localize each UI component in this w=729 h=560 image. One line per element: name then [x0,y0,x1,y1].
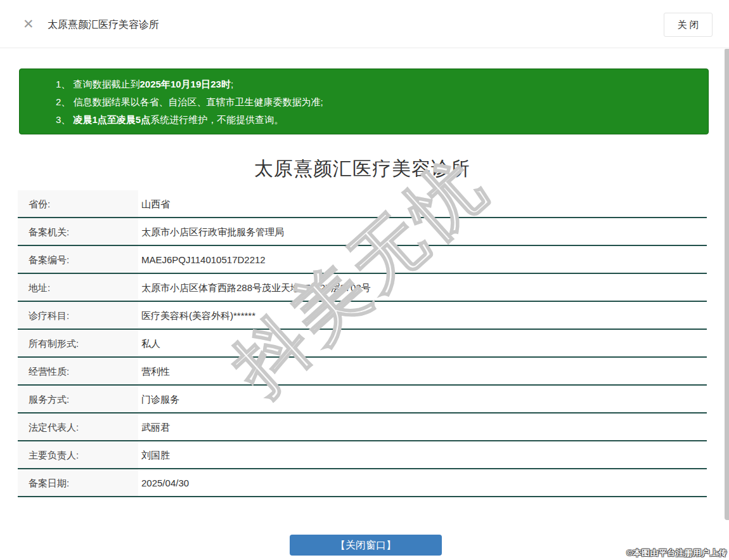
row-value: 门诊服务 [138,386,707,412]
close-window-button[interactable]: 【关闭窗口】 [290,535,442,556]
row-label: 备案日期: [18,469,138,496]
row-label: 备案机关: [18,218,138,245]
table-row-filing-date: 备案日期: 2025/04/30 [18,469,707,497]
row-label: 备案编号: [18,246,138,273]
scrollbar[interactable] [725,49,729,520]
row-label: 主要负责人: [18,441,138,468]
notice-line3-text: 3、 [56,114,74,125]
table-row-business-nature: 经营性质: 营利性 [18,358,707,386]
header-bar: ✕ 太原熹颜汇医疗美容诊所 关 闭 [0,0,729,48]
notice-line1-end: ; [231,79,233,89]
notice-line-2: 2、 信息数据结果以各省、自治区、直辖市卫生健康委数据为准; [56,93,702,111]
notice-box: 1、 查询数据截止到2025年10月19日23时; 2、 信息数据结果以各省、自… [19,68,709,134]
table-row-address: 地址: 太原市小店区体育西路288号茂业天地67幢27层2703号 [18,274,707,302]
notice-line3-bold: 凌晨1点至凌晨5点 [74,114,151,125]
close-x-icon[interactable]: ✕ [23,16,34,32]
row-label: 地址: [18,274,138,301]
row-value: 刘国胜 [138,441,707,468]
table-row-treatment-subjects: 诊疗科目: 医疗美容科(美容外科)****** [18,302,707,330]
row-label: 法定代表人: [18,413,138,440]
row-label: 省份: [18,190,138,217]
row-value: MAEJ6PQJ114010517D2212 [138,246,707,273]
table-row-province: 省份: 山西省 [18,190,707,218]
notice-line3-end: 系统进行维护，不能提供查询。 [150,114,283,125]
notice-line2-text: 2、 信息数据结果以各省、自治区、直辖市卫生健康委数据为准; [56,96,323,107]
notice-line-1: 1、 查询数据截止到2025年10月19日23时; [56,75,702,93]
copyright-watermark: ©本图由平台注册用户上传 [626,547,727,559]
notice-line1-text: 1、 查询数据截止到 [56,79,140,89]
table-row-filing-number: 备案编号: MAEJ6PQJ114010517D2212 [18,246,707,274]
table-row-ownership-form: 所有制形式: 私人 [18,330,707,358]
row-label: 所有制形式: [18,330,138,356]
table-row-legal-representative: 法定代表人: 武丽君 [18,413,707,441]
clinic-name-title: 太原熹颜汇医疗美容诊所 [18,156,707,182]
row-value: 营利性 [138,358,707,384]
row-value: 2025/04/30 [138,469,707,496]
row-label: 服务方式: [18,386,138,412]
page-title: 太原熹颜汇医疗美容诊所 [48,18,159,32]
row-value: 山西省 [138,190,707,217]
close-button[interactable]: 关 闭 [664,13,713,37]
table-row-filing-authority: 备案机关: 太原市小店区行政审批服务管理局 [18,218,707,246]
row-label: 诊疗科目: [18,302,138,329]
notice-line-3: 3、 凌晨1点至凌晨5点系统进行维护，不能提供查询。 [56,111,702,129]
row-value: 私人 [138,330,707,356]
table-row-main-person-in-charge: 主要负责人: 刘国胜 [18,441,707,469]
row-value: 武丽君 [138,413,707,440]
table-row-service-mode: 服务方式: 门诊服务 [18,386,707,413]
row-value: 医疗美容科(美容外科)****** [138,302,707,329]
notice-line1-bold: 2025年10月19日23时 [140,79,231,89]
row-value: 太原市小店区行政审批服务管理局 [138,218,707,245]
info-table: 省份: 山西省 备案机关: 太原市小店区行政审批服务管理局 备案编号: MAEJ… [18,190,707,497]
row-label: 经营性质: [18,358,138,384]
row-value: 太原市小店区体育西路288号茂业天地67幢27层2703号 [138,274,707,301]
